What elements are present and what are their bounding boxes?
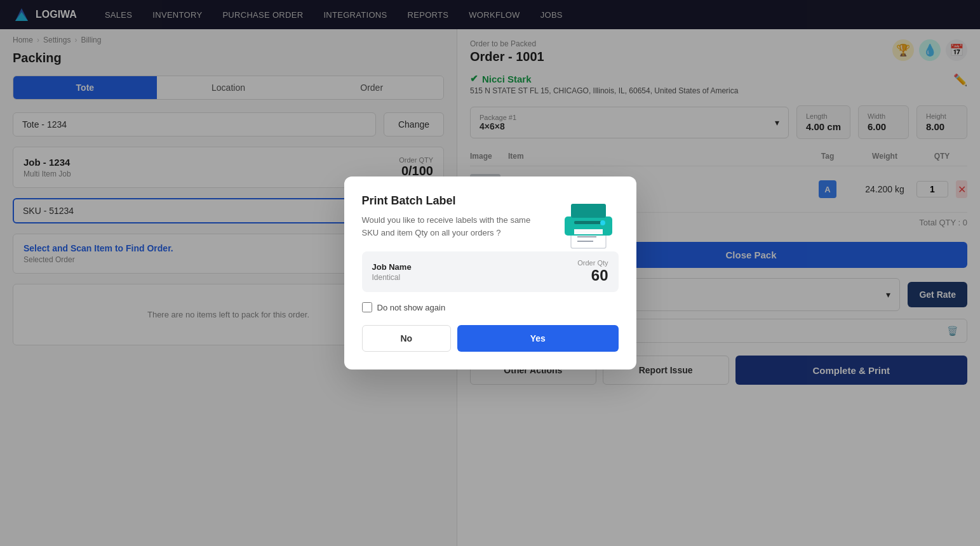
print-batch-modal: Print Batch Label Would you like to rece… — [344, 176, 636, 370]
modal-buttons: No Yes — [362, 325, 619, 352]
modal-job-info: Job Name Identical — [372, 262, 412, 282]
modal-job-name-value: Identical — [372, 273, 412, 282]
svg-rect-12 — [574, 229, 603, 234]
modal-order-qty-label: Order Qty — [577, 259, 608, 267]
svg-point-11 — [600, 220, 605, 225]
modal-yes-button[interactable]: Yes — [457, 325, 618, 352]
do-not-show-row: Do not show again — [362, 302, 619, 312]
printer-icon — [555, 194, 619, 251]
modal-no-button[interactable]: No — [362, 325, 452, 352]
modal-order-qty-value: 60 — [577, 267, 608, 284]
do-not-show-checkbox[interactable] — [362, 302, 372, 312]
modal-description: Would you like to receive labels with th… — [362, 214, 542, 239]
modal-inner: Print Batch Label Would you like to rece… — [362, 194, 619, 251]
modal-job-name-label: Job Name — [372, 262, 412, 272]
modal-content: Print Batch Label Would you like to rece… — [362, 194, 542, 251]
do-not-show-label[interactable]: Do not show again — [377, 303, 446, 312]
modal-overlay: Print Batch Label Would you like to rece… — [0, 0, 980, 546]
modal-order-qty-block: Order Qty 60 — [577, 259, 608, 284]
svg-rect-9 — [571, 204, 606, 218]
modal-title: Print Batch Label — [362, 194, 542, 208]
svg-rect-10 — [574, 221, 603, 224]
modal-job-table: Job Name Identical Order Qty 60 — [362, 251, 619, 292]
